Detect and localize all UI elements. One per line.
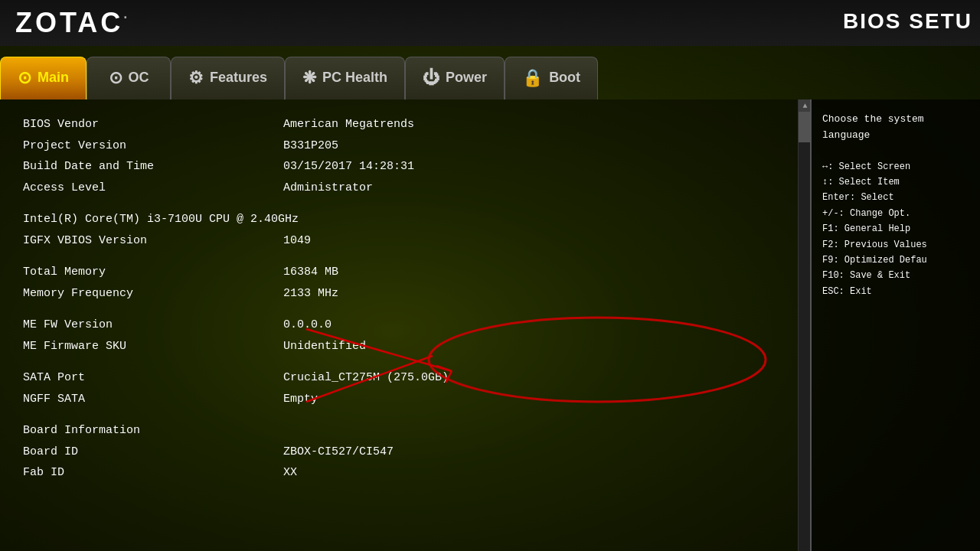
igfx-label: IGFX VBIOS Version <box>23 231 283 251</box>
shortcut-screen: ↔: Select Screen <box>822 159 969 174</box>
tab-pchealth-label: PC Health <box>322 70 387 86</box>
ngff-sata-row: NGFF SATA Empty <box>23 390 787 409</box>
tab-features[interactable]: ⚙ Features <box>171 57 285 99</box>
board-id-label: Board ID <box>23 442 283 462</box>
igfx-row: IGFX VBIOS Version 1049 <box>23 231 787 251</box>
shortcut-esc: ESC: Exit <box>822 284 969 299</box>
tab-boot-label: Boot <box>549 70 580 86</box>
board-id-value: ZBOX-CI527/CI547 <box>283 442 394 462</box>
board-info-row: Board Information <box>23 421 787 441</box>
me-sku-row: ME Firmware SKU Unidentified <box>23 337 787 357</box>
sata-port-value: Crucial_CT275M (275.0GB) <box>283 368 449 388</box>
fab-id-row: Fab ID XX <box>23 463 787 483</box>
shortcut-f1: F1: General Help <box>822 221 969 236</box>
me-sku-label: ME Firmware SKU <box>23 337 283 357</box>
boot-icon: 🔒 <box>522 68 543 88</box>
board-id-row: Board ID ZBOX-CI527/CI547 <box>23 442 787 462</box>
total-memory-label: Total Memory <box>23 262 283 282</box>
ngff-sata-value: Empty <box>283 390 318 409</box>
tab-oc[interactable]: ⊙ OC <box>87 57 171 99</box>
shortcut-f2: F2: Previous Values <box>822 237 969 253</box>
pchealth-icon: ❋ <box>302 68 316 88</box>
access-level-label: Access Level <box>23 178 283 198</box>
bios-vendor-value: American Megatrends <box>283 115 414 135</box>
main-icon: ⊙ <box>18 68 31 88</box>
access-level-value: Administrator <box>283 178 373 198</box>
project-version-value: B331P205 <box>283 136 338 156</box>
bios-vendor-row: BIOS Vendor American Megatrends <box>23 115 787 135</box>
me-sku-value: Unidentified <box>283 337 366 357</box>
fab-id-label: Fab ID <box>23 463 283 483</box>
memory-freq-row: Memory Frequency 2133 MHz <box>23 284 787 304</box>
help-text: Choose the system language <box>822 112 969 144</box>
total-memory-row: Total Memory 16384 MB <box>23 262 787 282</box>
shortcut-f10: F10: Save & Exit <box>822 268 969 283</box>
access-level-row: Access Level Administrator <box>23 178 787 198</box>
tab-oc-label: OC <box>129 70 149 86</box>
main-panel: BIOS Vendor American Megatrends Project … <box>0 99 812 551</box>
build-date-row: Build Date and Time 03/15/2017 14:28:31 <box>23 157 787 177</box>
ngff-sata-label: NGFF SATA <box>23 390 283 409</box>
build-date-label: Build Date and Time <box>23 157 283 177</box>
power-icon: ⏻ <box>423 68 439 88</box>
tab-features-label: Features <box>210 70 267 86</box>
bios-screen: ZOTAC· BIOS SETU ⊙ Main ⊙ OC ⚙ Features … <box>0 0 980 551</box>
shortcut-f9: F9: Optimized Defau <box>822 253 969 268</box>
project-version-row: Project Version B331P205 <box>23 136 787 156</box>
me-fw-value: 0.0.0.0 <box>283 315 332 335</box>
bios-setup-label: BIOS SETU <box>843 9 972 34</box>
memory-freq-label: Memory Frequency <box>23 284 283 304</box>
oc-icon: ⊙ <box>109 68 122 88</box>
shortcuts: ↔: Select Screen ↕: Select Item Enter: S… <box>822 159 969 300</box>
tab-boot[interactable]: 🔒 Boot <box>505 57 598 99</box>
zotac-logo: ZOTAC· <box>15 7 130 39</box>
tab-power-label: Power <box>446 70 487 86</box>
shortcut-change: +/-: Change Opt. <box>822 206 969 221</box>
build-date-value: 03/15/2017 14:28:31 <box>283 157 414 177</box>
me-fw-row: ME FW Version 0.0.0.0 <box>23 315 787 335</box>
igfx-value: 1049 <box>283 231 311 251</box>
cpu-line: Intel(R) Core(TM) i3-7100U CPU @ 2.40GHz <box>23 210 787 230</box>
right-panel: Choose the system language ↔: Select Scr… <box>812 99 980 551</box>
features-icon: ⚙ <box>188 68 204 88</box>
project-version-label: Project Version <box>23 136 283 156</box>
fab-id-value: XX <box>283 463 297 483</box>
tab-pchealth[interactable]: ❋ PC Health <box>285 57 405 99</box>
nav-tabs: ⊙ Main ⊙ OC ⚙ Features ❋ PC Health ⏻ Pow… <box>0 46 980 99</box>
memory-freq-value: 2133 MHz <box>283 284 338 304</box>
content-area: BIOS Vendor American Megatrends Project … <box>0 99 980 551</box>
shortcut-item: ↕: Select Item <box>822 174 969 190</box>
tab-main-label: Main <box>38 70 69 86</box>
me-fw-label: ME FW Version <box>23 315 283 335</box>
sata-port-row: SATA Port Crucial_CT275M (275.0GB) <box>23 368 787 388</box>
board-info-label: Board Information <box>23 421 283 441</box>
bios-vendor-label: BIOS Vendor <box>23 115 283 135</box>
header-bar: ZOTAC· BIOS SETU <box>0 0 980 46</box>
sata-port-label: SATA Port <box>23 368 283 388</box>
total-memory-value: 16384 MB <box>283 262 338 282</box>
shortcut-enter: Enter: Select <box>822 190 969 205</box>
tab-power[interactable]: ⏻ Power <box>405 57 505 99</box>
tab-main[interactable]: ⊙ Main <box>0 57 87 99</box>
